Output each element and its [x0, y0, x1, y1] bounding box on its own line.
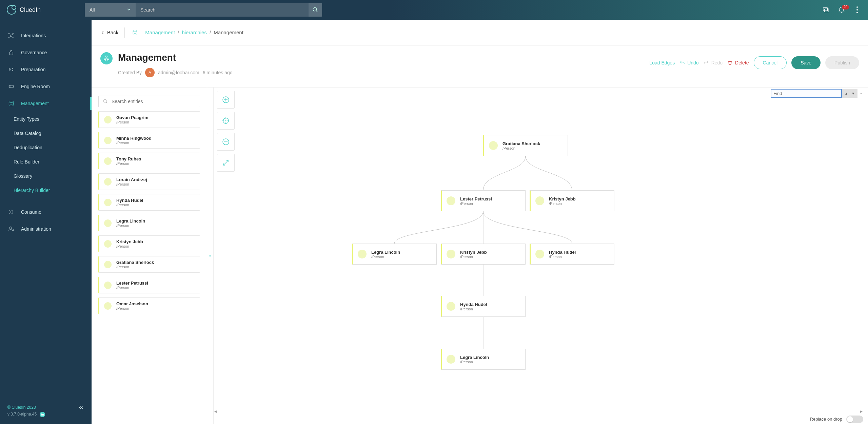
messages-button[interactable] [822, 6, 830, 14]
canvas-footer: Replace on drop [214, 414, 868, 424]
sidebar-sub-label: Glossary [14, 173, 32, 179]
node-name: Kristyn Jebb [549, 196, 576, 201]
sidebar-item-integrations[interactable]: Integrations [0, 27, 92, 44]
created-by-user: admin@foobar.com [158, 70, 199, 75]
save-button[interactable]: Save [791, 56, 821, 69]
sidebar-sub-rule-builder[interactable]: Rule Builder [14, 155, 92, 169]
redo-button[interactable]: Redo [704, 60, 723, 65]
entity-name: Lester Petrussi [116, 281, 148, 286]
replace-on-drop-toggle[interactable] [846, 416, 863, 423]
person-icon [447, 355, 455, 364]
sidebar-item-governance[interactable]: Governance [0, 44, 92, 61]
horizontal-scrollbar[interactable]: ◀ ▶ [214, 409, 863, 414]
entity-card[interactable]: Omar Joselson/Person [98, 297, 200, 314]
button-label: Save [801, 60, 811, 65]
header-actions: Load Edges Undo Redo Delete Cancel Save … [649, 45, 859, 69]
plus-circle-icon [222, 96, 230, 104]
entity-card[interactable]: Hynda Hudel/Person [98, 194, 200, 211]
breadcrumb: Management / hierarchies / Management [145, 30, 243, 35]
entity-card[interactable]: Legra Lincoln/Person [98, 215, 200, 231]
sidebar-item-preparation[interactable]: Preparation [0, 61, 92, 78]
sidebar-item-engine-room[interactable]: Engine Room [0, 78, 92, 95]
node-type: /Person [549, 255, 576, 259]
publish-button[interactable]: Publish [825, 56, 859, 69]
find-next-button[interactable]: ▼ [851, 92, 855, 95]
entity-card[interactable]: Minna Ringwood/Person [98, 132, 200, 149]
find-input[interactable] [771, 89, 842, 98]
more-menu-button[interactable] [853, 6, 861, 14]
crosshair-icon [222, 117, 230, 125]
hierarchy-node[interactable]: Legra Lincoln/Person [441, 349, 526, 370]
entity-name: Lorain Andrzej [116, 177, 147, 182]
hierarchy-node[interactable]: Kristyn Jebb/Person [530, 190, 614, 211]
back-button[interactable]: Back [100, 30, 118, 35]
entity-card[interactable]: Lester Petrussi/Person [98, 277, 200, 293]
undo-button[interactable]: Undo [679, 60, 698, 65]
brand-name: CluedIn [20, 6, 41, 14]
entity-type: /Person [116, 224, 145, 228]
node-type: /Person [460, 201, 492, 206]
entity-name: Tony Rubes [116, 156, 141, 161]
entity-type: /Person [116, 120, 149, 124]
notifications-button[interactable]: 20 [837, 6, 846, 14]
sidebar-sub-glossary[interactable]: Glossary [14, 169, 92, 183]
entity-type: /Person [116, 306, 148, 310]
center-button[interactable] [217, 112, 235, 130]
hierarchy-node[interactable]: Kristyn Jebb/Person [441, 244, 526, 265]
topbar: CluedIn All 20 [0, 0, 868, 20]
search-button[interactable] [309, 3, 322, 17]
svg-point-4 [9, 33, 10, 34]
entity-search-input[interactable] [112, 99, 196, 104]
entity-card[interactable]: Tony Rubes/Person [98, 153, 200, 169]
sidebar-sub-hierarchy-builder[interactable]: Hierarchy Builder [14, 183, 92, 197]
scroll-right-button[interactable]: ▶ [860, 410, 863, 413]
delete-button[interactable]: Delete [727, 60, 749, 65]
entity-card[interactable]: Gavan Peagrim/Person [98, 111, 200, 128]
hierarchy-node[interactable]: Gratiana Sherlock/Person [483, 135, 568, 156]
entity-type: /Person [116, 265, 154, 269]
add-node-button[interactable] [217, 91, 235, 109]
entity-type: /Person [116, 182, 147, 186]
breadcrumb-current: Management [214, 30, 243, 35]
linkedin-icon[interactable]: in [40, 412, 45, 417]
sidebar-item-consume[interactable]: Consume [0, 204, 92, 220]
cancel-button[interactable]: Cancel [754, 56, 787, 69]
load-edges-button[interactable]: Load Edges [649, 60, 675, 65]
hierarchy-node[interactable]: Hynda Hudel/Person [530, 244, 614, 265]
search-filter-dropdown[interactable]: All [85, 3, 136, 17]
entity-search [98, 96, 200, 107]
hierarchy-node[interactable]: Legra Lincoln/Person [352, 244, 437, 265]
scroll-up-button[interactable]: ▲ [860, 92, 863, 95]
collapse-sidebar-button[interactable] [77, 403, 85, 412]
find-prev-button[interactable]: ▲ [845, 92, 848, 95]
button-label: Publish [834, 60, 850, 65]
entity-name: Omar Joselson [116, 301, 148, 306]
undo-icon [679, 60, 685, 65]
find-bar: ▲ ▼ ▲ [771, 89, 863, 98]
entity-card[interactable]: Lorain Andrzej/Person [98, 173, 200, 190]
action-label: Undo [687, 60, 698, 65]
hierarchy-canvas[interactable]: ▲ ▼ ▲ Gratian [214, 88, 868, 424]
entity-card[interactable]: Gratiana Sherlock/Person [98, 256, 200, 273]
breadcrumb-hierarchies[interactable]: hierarchies [182, 30, 206, 35]
hierarchy-node[interactable]: Lester Petrussi/Person [441, 190, 526, 211]
global-search-input[interactable] [136, 3, 309, 17]
sidebar-sub-deduplication[interactable]: Deduplication [14, 140, 92, 155]
brand[interactable]: CluedIn [7, 5, 85, 15]
hierarchy-node[interactable]: Hynda Hudel/Person [441, 296, 526, 317]
fit-button[interactable] [217, 154, 235, 172]
entity-card[interactable]: Kristyn Jebb/Person [98, 235, 200, 252]
button-label: Cancel [763, 60, 778, 65]
sidebar-item-management[interactable]: Management [0, 95, 92, 112]
collapse-entity-panel-button[interactable]: « [207, 88, 214, 424]
sidebar-sub-label: Data Catalog [14, 131, 41, 136]
sidebar-sub-data-catalog[interactable]: Data Catalog [14, 126, 92, 140]
breadcrumb-root[interactable]: Management [145, 30, 175, 35]
sidebar-sub-entity-types[interactable]: Entity Types [14, 112, 92, 126]
node-name: Lester Petrussi [460, 196, 492, 201]
remove-node-button[interactable] [217, 133, 235, 151]
messages-icon [822, 6, 830, 14]
back-label: Back [107, 30, 118, 35]
sidebar-item-administration[interactable]: Administration [0, 220, 92, 237]
scroll-left-button[interactable]: ◀ [214, 410, 217, 413]
